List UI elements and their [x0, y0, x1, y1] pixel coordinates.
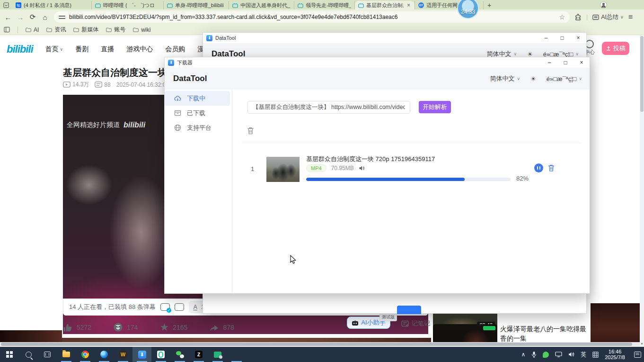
sidebar-item-downloaded[interactable]: 已下载 — [165, 106, 230, 120]
recommended-video-title[interactable]: 火爆泽哥最老八的一集吃得最 香的一集 — [500, 324, 590, 342]
bookmark-zhanghao[interactable]: 账号 — [106, 26, 125, 34]
address-bar[interactable]: bilibili.com/video/BV19T3EzDEU4/?spm_id_… — [54, 11, 570, 23]
window-title-bar[interactable]: ⬇ DataTool – □ × — [203, 33, 586, 43]
green-app-button[interactable] — [151, 347, 170, 362]
favorite-button[interactable]: ★ 2165 — [160, 323, 188, 332]
new-tab-button[interactable]: + — [484, 1, 495, 9]
parse-url-input[interactable] — [247, 101, 410, 114]
sidebar-item-downloading[interactable]: 下载中 — [165, 91, 230, 106]
danmaku-count-icon — [95, 81, 102, 88]
coin-button[interactable]: 174 — [113, 322, 138, 332]
start-button[interactable] — [0, 347, 19, 362]
recommended-video-thumbnail[interactable] — [433, 324, 497, 342]
tab-danshen[interactable]: 单身-哔哩哔哩_bilibili — [164, 1, 229, 9]
tab-bilibili-home[interactable]: 哔哩哔哩 ( ゜- ゜)つロ — [92, 1, 164, 9]
ime-grid-icon[interactable] — [592, 352, 599, 358]
browser-profile-avatar[interactable] — [600, 1, 607, 9]
upload-button[interactable]: 投稿 — [602, 42, 629, 55]
file-explorer-button[interactable] — [57, 347, 76, 362]
task-view-button[interactable] — [38, 347, 57, 362]
file-size: 70.95MB — [331, 165, 354, 172]
bilibili-favicon — [167, 3, 173, 8]
theme-mode-selector[interactable]: é»□æ¯ªç¦□∨ — [547, 75, 582, 82]
tab-lingdao[interactable]: 领导先走-哔哩哔哩_b — [294, 1, 355, 9]
like-icon — [63, 323, 73, 332]
nav-home[interactable]: 首页∨ — [45, 45, 63, 54]
chrome-button[interactable] — [76, 347, 95, 362]
extensions-icon[interactable] — [574, 14, 582, 21]
close-button[interactable]: × — [573, 57, 590, 68]
clear-list-trash-icon[interactable] — [247, 127, 255, 135]
volume-icon[interactable] — [568, 352, 574, 357]
pause-button[interactable] — [534, 163, 543, 172]
taskbar-search-button[interactable] — [19, 347, 38, 362]
browser-button[interactable] — [95, 347, 114, 362]
horizontal-scrollbar[interactable] — [0, 342, 640, 346]
font-style-icon[interactable]: A — [194, 304, 197, 310]
browser-menu-icon[interactable]: ≡ — [628, 13, 633, 21]
chrome-icon — [81, 351, 89, 358]
minimize-button[interactable]: – — [538, 33, 554, 43]
microphone-icon[interactable] — [531, 351, 537, 358]
screen-share-button[interactable] — [208, 347, 227, 362]
bilibili-logo[interactable]: bilibili — [7, 43, 33, 55]
ime-language-indicator[interactable]: 英 — [581, 351, 586, 359]
danmaku-settings-icon[interactable] — [175, 303, 184, 311]
network-display-icon[interactable] — [555, 352, 562, 357]
maximize-button[interactable]: □ — [557, 57, 573, 68]
scrollbar-thumb[interactable] — [1, 343, 632, 346]
bookmark-star-icon[interactable]: ☆ — [559, 13, 565, 21]
url-text[interactable]: bilibili.com/video/BV19T3EzDEU4/?spm_id_… — [69, 14, 555, 20]
wps-button[interactable]: W — [114, 347, 132, 362]
bookmark-ai[interactable]: AI — [26, 27, 39, 33]
close-button[interactable]: × — [570, 33, 586, 43]
language-selector[interactable]: 简体中文∨ — [490, 74, 520, 83]
nav-vip-shop[interactable]: 会员购 — [165, 45, 185, 54]
wechat-button[interactable] — [170, 347, 189, 362]
flower-app-button[interactable] — [227, 347, 246, 362]
minimize-button[interactable]: – — [541, 57, 557, 68]
ai-assistant[interactable]: 测试版 AI小助手 — [347, 317, 390, 329]
datatool-taskbar-button[interactable]: ⬇ — [132, 347, 151, 362]
tab-close-icon[interactable]: × — [406, 2, 411, 9]
site-info-icon[interactable] — [59, 15, 65, 19]
tab-search-icon[interactable] — [0, 1, 12, 9]
bookmark-xinmeiti[interactable]: 新媒体 — [73, 26, 98, 34]
tab-zhihu-messages[interactable]: 知 (4 封私信 / 1 条消息) — [12, 1, 92, 9]
taskbar-clock[interactable]: 16:46 2025/7/8 — [605, 349, 625, 360]
scrollbar-thumb[interactable] — [640, 36, 644, 112]
home-icon[interactable]: ⌂ — [39, 11, 51, 23]
side-panel-icon[interactable] — [4, 27, 10, 33]
sidebar-item-platforms[interactable]: 支持平台 — [165, 120, 230, 135]
scroll-down-icon[interactable]: ▾ — [640, 342, 644, 346]
like-button[interactable]: 5272 — [63, 323, 91, 332]
refresh-icon[interactable]: ⟳ — [26, 11, 39, 23]
nav-bangumi[interactable]: 番剧 — [75, 45, 88, 54]
delete-download-icon[interactable] — [547, 164, 555, 172]
forward-icon[interactable]: → — [14, 11, 26, 23]
back-icon[interactable]: ← — [2, 11, 14, 23]
parse-button[interactable]: 开始解析 — [419, 101, 451, 113]
audio-icon[interactable] — [359, 165, 365, 171]
nav-live[interactable]: 直播 — [101, 45, 114, 54]
datatool-downloader-window: ⬇ 下载器 – □ × DataTool 简体中文∨ ☀ é»□æ¯ªç¦□∨ … — [164, 57, 590, 294]
tray-expand-icon[interactable]: ∧ — [521, 351, 525, 358]
capcut-button[interactable]: Z — [189, 347, 208, 362]
tab-zhongguo[interactable]: 中国进入超单身时代_ — [229, 1, 294, 9]
partial-blue-button[interactable] — [397, 306, 421, 314]
chevron-down-icon: ∨ — [575, 52, 579, 56]
theme-toggle-icon[interactable]: ☀ — [530, 75, 536, 82]
notification-center-icon[interactable] — [634, 352, 641, 358]
bookmark-zixun[interactable]: 资讯 — [46, 26, 66, 34]
maximize-button[interactable]: □ — [554, 33, 570, 43]
take-notes-button[interactable]: 记笔记 — [401, 319, 430, 328]
bookmark-wiki[interactable]: wiki — [133, 27, 150, 33]
danmaku-toggle-icon[interactable] — [160, 303, 170, 311]
vertical-scrollbar[interactable]: ▾ — [640, 35, 644, 346]
ai-summary-extension[interactable]: AI总结 ∨ — [592, 13, 623, 21]
nav-game-center[interactable]: 游戏中心 — [126, 45, 153, 54]
wechat-tray-icon[interactable] — [543, 352, 549, 358]
tab-jiceng-active[interactable]: 基层群众自治制度 × — [355, 1, 415, 9]
share-button[interactable]: 878 — [209, 323, 234, 332]
window-title-bar[interactable]: ⬇ 下载器 – □ × — [165, 57, 590, 68]
